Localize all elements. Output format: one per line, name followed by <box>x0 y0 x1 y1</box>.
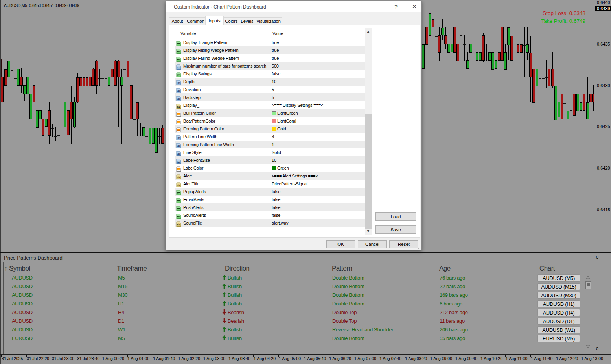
svg-text:123: 123 <box>177 97 181 100</box>
svg-text:123: 123 <box>177 152 181 155</box>
svg-text:123: 123 <box>177 145 181 147</box>
svg-text:123: 123 <box>177 66 181 69</box>
svg-text:ab: ab <box>177 223 180 226</box>
svg-text:123: 123 <box>177 160 181 163</box>
svg-text:ab: ab <box>177 176 180 179</box>
svg-text:123: 123 <box>177 90 181 92</box>
svg-text:ab: ab <box>177 105 180 108</box>
svg-text:123: 123 <box>177 137 181 139</box>
svg-text:ab: ab <box>177 184 180 187</box>
svg-text:123: 123 <box>177 82 181 84</box>
